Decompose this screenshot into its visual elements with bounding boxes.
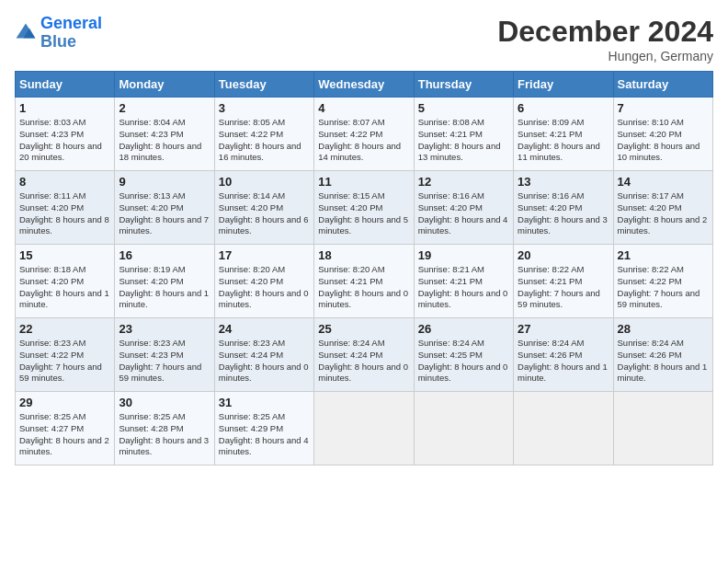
day-header-monday: Monday	[115, 72, 214, 98]
calendar-week-2: 8 Sunrise: 8:11 AM Sunset: 4:20 PM Dayli…	[16, 171, 713, 245]
calendar-cell: 17 Sunrise: 8:20 AM Sunset: 4:20 PM Dayl…	[214, 245, 313, 318]
calendar-cell: 7 Sunrise: 8:10 AM Sunset: 4:20 PM Dayli…	[613, 98, 712, 171]
calendar-cell: 6 Sunrise: 8:09 AM Sunset: 4:21 PM Dayli…	[514, 98, 613, 171]
cell-info: Sunrise: 8:13 AM Sunset: 4:20 PM Dayligh…	[119, 190, 210, 237]
day-number: 4	[318, 101, 409, 115]
day-number: 22	[19, 322, 110, 336]
day-number: 21	[618, 248, 709, 262]
day-number: 11	[318, 175, 409, 189]
calendar-cell: 2 Sunrise: 8:04 AM Sunset: 4:23 PM Dayli…	[115, 98, 214, 171]
day-number: 18	[318, 248, 409, 262]
cell-info: Sunrise: 8:18 AM Sunset: 4:20 PM Dayligh…	[19, 264, 110, 311]
title-block: December 2024 Hungen, Germany	[497, 15, 713, 63]
cell-info: Sunrise: 8:22 AM Sunset: 4:21 PM Dayligh…	[518, 264, 609, 311]
calendar-week-3: 15 Sunrise: 8:18 AM Sunset: 4:20 PM Dayl…	[16, 245, 713, 318]
cell-info: Sunrise: 8:24 AM Sunset: 4:25 PM Dayligh…	[418, 338, 509, 385]
cell-info: Sunrise: 8:07 AM Sunset: 4:22 PM Dayligh…	[318, 117, 409, 164]
day-number: 6	[518, 101, 609, 115]
cell-info: Sunrise: 8:03 AM Sunset: 4:23 PM Dayligh…	[19, 117, 110, 164]
cell-info: Sunrise: 8:21 AM Sunset: 4:21 PM Dayligh…	[418, 264, 509, 311]
day-number: 3	[219, 101, 310, 115]
cell-info: Sunrise: 8:22 AM Sunset: 4:22 PM Dayligh…	[618, 264, 709, 311]
calendar-week-1: 1 Sunrise: 8:03 AM Sunset: 4:23 PM Dayli…	[16, 98, 713, 171]
cell-info: Sunrise: 8:17 AM Sunset: 4:20 PM Dayligh…	[618, 190, 709, 237]
calendar-cell: 18 Sunrise: 8:20 AM Sunset: 4:21 PM Dayl…	[314, 245, 414, 318]
day-header-wednesday: Wednesday	[314, 72, 414, 98]
day-number: 26	[418, 322, 509, 336]
logo-line2: Blue	[40, 32, 76, 51]
day-number: 8	[19, 175, 110, 189]
calendar-cell	[613, 392, 712, 465]
calendar-cell: 1 Sunrise: 8:03 AM Sunset: 4:23 PM Dayli…	[16, 98, 115, 171]
calendar-cell: 23 Sunrise: 8:23 AM Sunset: 4:23 PM Dayl…	[115, 318, 214, 392]
calendar-cell: 5 Sunrise: 8:08 AM Sunset: 4:21 PM Dayli…	[414, 98, 513, 171]
day-number: 15	[19, 248, 110, 262]
calendar-cell: 13 Sunrise: 8:16 AM Sunset: 4:20 PM Dayl…	[514, 171, 613, 245]
calendar-cell: 24 Sunrise: 8:23 AM Sunset: 4:24 PM Dayl…	[214, 318, 313, 392]
day-header-saturday: Saturday	[613, 72, 712, 98]
calendar-cell: 25 Sunrise: 8:24 AM Sunset: 4:24 PM Dayl…	[314, 318, 414, 392]
calendar-cell: 16 Sunrise: 8:19 AM Sunset: 4:20 PM Dayl…	[115, 245, 214, 318]
calendar-header-row: SundayMondayTuesdayWednesdayThursdayFrid…	[16, 72, 713, 98]
day-number: 20	[518, 248, 609, 262]
cell-info: Sunrise: 8:25 AM Sunset: 4:27 PM Dayligh…	[19, 411, 110, 458]
day-number: 28	[618, 322, 709, 336]
calendar-cell: 31 Sunrise: 8:25 AM Sunset: 4:29 PM Dayl…	[214, 392, 313, 465]
cell-info: Sunrise: 8:25 AM Sunset: 4:29 PM Dayligh…	[219, 411, 310, 458]
day-number: 7	[618, 101, 709, 115]
calendar-cell: 8 Sunrise: 8:11 AM Sunset: 4:20 PM Dayli…	[16, 171, 115, 245]
logo-line1: General	[40, 14, 102, 32]
cell-info: Sunrise: 8:10 AM Sunset: 4:20 PM Dayligh…	[618, 117, 709, 164]
cell-info: Sunrise: 8:25 AM Sunset: 4:28 PM Dayligh…	[119, 411, 210, 458]
location: Hungen, Germany	[497, 49, 713, 63]
calendar-week-4: 22 Sunrise: 8:23 AM Sunset: 4:22 PM Dayl…	[16, 318, 713, 392]
day-number: 16	[119, 248, 210, 262]
cell-info: Sunrise: 8:23 AM Sunset: 4:23 PM Dayligh…	[119, 338, 210, 385]
calendar-cell: 3 Sunrise: 8:05 AM Sunset: 4:22 PM Dayli…	[214, 98, 313, 171]
cell-info: Sunrise: 8:16 AM Sunset: 4:20 PM Dayligh…	[418, 190, 509, 237]
cell-info: Sunrise: 8:23 AM Sunset: 4:24 PM Dayligh…	[219, 338, 310, 385]
calendar-cell: 22 Sunrise: 8:23 AM Sunset: 4:22 PM Dayl…	[16, 318, 115, 392]
calendar-cell	[414, 392, 513, 465]
day-number: 2	[119, 101, 210, 115]
logo-text: General Blue	[40, 15, 102, 52]
calendar-body: 1 Sunrise: 8:03 AM Sunset: 4:23 PM Dayli…	[16, 98, 713, 465]
cell-info: Sunrise: 8:04 AM Sunset: 4:23 PM Dayligh…	[119, 117, 210, 164]
cell-info: Sunrise: 8:19 AM Sunset: 4:20 PM Dayligh…	[119, 264, 210, 311]
calendar-cell: 19 Sunrise: 8:21 AM Sunset: 4:21 PM Dayl…	[414, 245, 513, 318]
calendar-cell	[314, 392, 414, 465]
cell-info: Sunrise: 8:24 AM Sunset: 4:26 PM Dayligh…	[518, 338, 609, 385]
day-number: 24	[219, 322, 310, 336]
cell-info: Sunrise: 8:11 AM Sunset: 4:20 PM Dayligh…	[19, 190, 110, 237]
day-header-sunday: Sunday	[16, 72, 115, 98]
calendar-cell: 30 Sunrise: 8:25 AM Sunset: 4:28 PM Dayl…	[115, 392, 214, 465]
day-number: 27	[518, 322, 609, 336]
day-header-friday: Friday	[514, 72, 613, 98]
cell-info: Sunrise: 8:20 AM Sunset: 4:20 PM Dayligh…	[219, 264, 310, 311]
day-number: 12	[418, 175, 509, 189]
logo-icon	[15, 22, 37, 44]
day-number: 31	[219, 396, 310, 409]
calendar-cell	[514, 392, 613, 465]
day-number: 13	[518, 175, 609, 189]
calendar-cell: 28 Sunrise: 8:24 AM Sunset: 4:26 PM Dayl…	[613, 318, 712, 392]
day-number: 29	[19, 396, 110, 409]
calendar-week-5: 29 Sunrise: 8:25 AM Sunset: 4:27 PM Dayl…	[16, 392, 713, 465]
calendar-cell: 26 Sunrise: 8:24 AM Sunset: 4:25 PM Dayl…	[414, 318, 513, 392]
cell-info: Sunrise: 8:05 AM Sunset: 4:22 PM Dayligh…	[219, 117, 310, 164]
calendar-cell: 15 Sunrise: 8:18 AM Sunset: 4:20 PM Dayl…	[16, 245, 115, 318]
calendar-cell: 20 Sunrise: 8:22 AM Sunset: 4:21 PM Dayl…	[514, 245, 613, 318]
calendar-cell: 29 Sunrise: 8:25 AM Sunset: 4:27 PM Dayl…	[16, 392, 115, 465]
calendar-table: SundayMondayTuesdayWednesdayThursdayFrid…	[15, 71, 713, 465]
month-title: December 2024	[497, 15, 713, 49]
day-number: 25	[318, 322, 409, 336]
page-header: General Blue December 2024 Hungen, Germa…	[15, 15, 713, 63]
cell-info: Sunrise: 8:23 AM Sunset: 4:22 PM Dayligh…	[19, 338, 110, 385]
day-number: 9	[119, 175, 210, 189]
cell-info: Sunrise: 8:24 AM Sunset: 4:26 PM Dayligh…	[618, 338, 709, 385]
cell-info: Sunrise: 8:16 AM Sunset: 4:20 PM Dayligh…	[518, 190, 609, 237]
calendar-cell: 9 Sunrise: 8:13 AM Sunset: 4:20 PM Dayli…	[115, 171, 214, 245]
day-number: 14	[618, 175, 709, 189]
day-header-thursday: Thursday	[414, 72, 513, 98]
calendar-cell: 4 Sunrise: 8:07 AM Sunset: 4:22 PM Dayli…	[314, 98, 414, 171]
